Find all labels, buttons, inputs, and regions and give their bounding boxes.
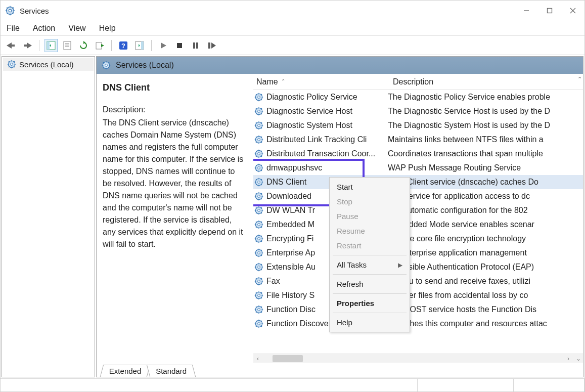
stop-service-icon[interactable] [173,39,186,52]
gear-icon [254,220,263,229]
service-row[interactable]: File History Scts user files from accide… [253,288,583,302]
minimize-button[interactable] [515,1,538,21]
service-row[interactable]: Distributed Link Tracking CliMaintains l… [253,133,583,147]
menu-view[interactable]: View [67,22,86,35]
context-menu-help[interactable]: Help [330,315,410,330]
scroll-down-icon[interactable]: ⌄ [574,355,583,362]
export-list-icon[interactable] [93,39,106,52]
context-menu-separator [333,313,407,313]
service-description: DNS Client service (dnscache) caches Do [388,178,583,187]
show-hide-tree-icon[interactable] [44,39,58,52]
service-row[interactable]: Enterprise Aples enterprise application … [253,246,583,260]
tab-extended-label: Extended [109,367,141,375]
service-row[interactable]: Diagnostic System HostThe Diagnostic Sys… [253,118,583,133]
column-header-name-label: Name [256,77,278,86]
service-row[interactable]: Diagnostic Service HostThe Diagnostic Se… [253,104,583,118]
svg-rect-35 [193,42,195,49]
service-description: The Diagnostic Policy Service enables pr… [388,93,583,102]
services-app-icon [5,5,16,16]
tree-item-services-local[interactable]: Services (Local) [3,58,94,71]
context-menu-start[interactable]: Start [330,180,410,194]
service-row[interactable]: dmwappushsvcWAP Push Message Routing Ser… [253,161,583,175]
service-row[interactable]: DNS ClientDNS Client service (dnscache) … [253,175,583,189]
window-title: Services [20,7,49,15]
service-row[interactable]: DW WLAN Trdes automatic configuration fo… [253,203,583,217]
service-name: Diagnostic Policy Service [266,93,388,102]
service-description: Publishes this computer and resources at… [388,319,583,328]
gear-icon [254,263,263,272]
svg-marker-33 [161,42,166,49]
service-row[interactable]: Diagnostic Policy ServiceThe Diagnostic … [253,90,583,104]
scroll-left-icon[interactable]: ‹ [253,355,262,362]
tree-item-label: Services (Local) [19,60,74,69]
status-bar [1,378,584,391]
pane-header: Services (Local) [97,57,583,74]
gear-icon [254,192,263,201]
gear-icon [254,121,263,130]
restart-service-icon[interactable] [205,39,218,52]
menu-file[interactable]: File [6,22,21,35]
close-button[interactable] [561,1,584,21]
service-row[interactable]: Distributed Transaction Coor...Coordinat… [253,147,583,161]
svg-rect-37 [208,42,210,49]
horizontal-scrollbar[interactable]: ‹ › ⌄ [253,354,583,363]
column-header-description[interactable]: Description [390,77,583,86]
service-row[interactable]: Downloadedows service for application ac… [253,189,583,203]
service-description: Extensible Authentication Protocol (EAP) [388,263,583,272]
scrollbar-thumb[interactable] [273,355,303,362]
service-description: Coordinates transactions that span multi… [388,149,583,158]
refresh-icon[interactable] [77,39,90,52]
gear-icon [254,135,263,144]
show-hide-action-pane-icon[interactable] [133,39,146,52]
gear-icon [102,61,111,70]
pane-header-title: Services (Local) [116,61,174,70]
tab-extended[interactable]: Extended [100,365,151,377]
service-description: The Diagnostic System Host is used by th… [388,121,583,130]
scroll-right-icon[interactable]: › [564,355,573,362]
service-name: Diagnostic System Host [266,121,388,130]
help-icon[interactable]: ? [117,39,130,52]
context-menu-separator [333,274,407,275]
context-menu-refresh[interactable]: Refresh [330,277,410,291]
column-header-name[interactable]: Name ⌃ [253,77,390,86]
service-description: des the core file encryption technology [388,234,583,243]
column-header-description-label: Description [393,77,433,86]
menu-action[interactable]: Action [32,22,56,35]
service-row[interactable]: Function DiscFDPHOST service hosts the F… [253,302,583,317]
selected-service-name: DNS Client [103,81,245,95]
nav-forward-icon[interactable] [21,39,34,52]
service-row[interactable]: Embedded MEmbedded Mode service enables … [253,217,583,232]
service-description: Maintains links between NTFS files withi… [388,135,583,144]
titlebar: Services [1,1,584,21]
nav-back-icon[interactable] [5,39,18,52]
pane-body: DNS Client Description: The DNS Client s… [97,74,583,363]
toolbar-separator [111,40,112,51]
service-description: FDPHOST service hosts the Function Dis [388,305,583,314]
maximize-button[interactable] [538,1,561,21]
status-cell [514,379,584,391]
context-menu-all-tasks[interactable]: All Tasks▶ [330,257,410,272]
service-description: les enterprise application management [388,248,583,257]
svg-marker-27 [101,44,104,47]
start-service-icon[interactable] [157,39,170,52]
context-menu: StartStopPauseResumeRestartAll Tasks▶Ref… [329,177,410,332]
menu-help[interactable]: Help [98,22,117,35]
pause-service-icon[interactable] [189,39,202,52]
svg-marker-14 [7,42,12,49]
list-rows[interactable]: Diagnostic Policy ServiceThe Diagnostic … [253,90,583,354]
service-description: cts user files from accidental loss by c… [388,291,583,300]
service-row[interactable]: Encrypting Fides the core file encryptio… [253,232,583,246]
service-row[interactable]: Extensible AuExtensible Authentication P… [253,260,583,274]
service-row[interactable]: Function Discovery Resourc...Publishes t… [253,317,583,331]
context-menu-properties[interactable]: Properties [330,296,410,311]
service-description: ows service for application access to dc [388,192,583,201]
context-menu-separator [333,255,407,255]
tab-standard[interactable]: Standard [147,365,196,377]
toolbar: ? [1,36,584,55]
gear-icon [254,206,263,215]
service-description: les you to send and receive faxes, utili… [388,277,583,286]
gear-icon [254,178,263,187]
service-name: Distributed Link Tracking Cli [266,135,388,144]
service-row[interactable]: Faxles you to send and receive faxes, ut… [253,274,583,288]
properties-icon[interactable] [61,39,74,52]
